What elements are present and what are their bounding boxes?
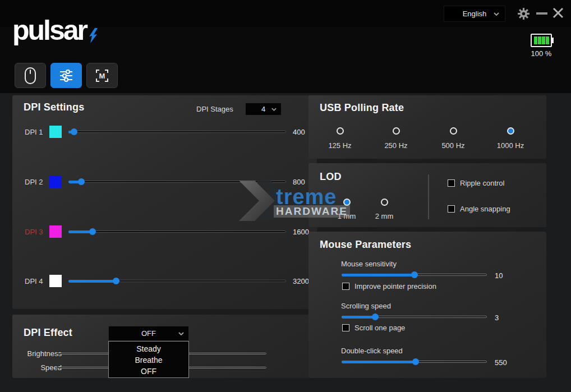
slider-handle[interactable] bbox=[372, 313, 379, 320]
double-click-speed-value: 550 bbox=[495, 358, 528, 367]
mouse-sensitivity-label: Mouse sensitivity bbox=[341, 260, 397, 268]
radio-500hz[interactable] bbox=[450, 127, 457, 135]
header: English bbox=[0, 0, 571, 93]
radio-1mm[interactable] bbox=[343, 199, 351, 206]
polling-label: 1000 Hz bbox=[485, 141, 536, 150]
tab-bar: M bbox=[15, 63, 118, 88]
dpi-stages-select[interactable]: 4 bbox=[245, 103, 282, 116]
svg-text:M: M bbox=[99, 72, 105, 80]
slider-track bbox=[68, 181, 286, 183]
dpi-row-2: DPI 2 800 bbox=[12, 176, 317, 188]
dpi-slider[interactable] bbox=[68, 277, 286, 285]
angle-snapping-checkbox[interactable] bbox=[448, 205, 455, 213]
slider-handle[interactable] bbox=[113, 278, 119, 284]
dpi-effect-title: DPI Effect bbox=[24, 327, 72, 339]
dpi-color-swatch[interactable] bbox=[49, 176, 62, 188]
ripple-control-checkbox[interactable] bbox=[448, 179, 455, 187]
polling-label: 125 Hz bbox=[314, 141, 366, 150]
tab-macro[interactable]: M bbox=[86, 63, 118, 88]
lod-option-2mm: 2 mm bbox=[367, 198, 401, 220]
polling-option-500: 500 Hz bbox=[427, 127, 479, 150]
dpi-row-4: DPI 4 3200 bbox=[12, 275, 317, 287]
sliders-icon bbox=[58, 68, 74, 84]
dpi-settings-panel: DPI Settings DPI Stages 4 DPI 1 400 DPI … bbox=[12, 95, 317, 309]
pulsar-logo-text: pulsar bbox=[12, 15, 86, 46]
lod-panel: LOD 1 mm 2 mm Ripple control Angle snapp… bbox=[308, 163, 546, 227]
pointer-precision-row: Improve pointer precision bbox=[342, 282, 436, 290]
dpi-row-label: DPI 1 bbox=[25, 128, 49, 136]
usb-polling-rate-panel: USB Polling Rate 125 Hz 250 Hz 500 Hz 10… bbox=[308, 95, 546, 159]
dpi-effect-selected-value: OFF bbox=[141, 329, 156, 338]
polling-option-1000: 1000 Hz bbox=[485, 127, 536, 150]
mouse-sensitivity-slider[interactable] bbox=[342, 271, 487, 279]
lod-label: 1 mm bbox=[330, 212, 363, 220]
slider-handle[interactable] bbox=[411, 271, 418, 278]
pulsar-logo: pulsar bbox=[12, 15, 98, 46]
scrolling-speed-label: Scrolling speed bbox=[341, 302, 391, 310]
dpi-row-3: DPI 3 1600 bbox=[12, 225, 317, 238]
double-click-speed-label: Double-click speed bbox=[341, 347, 403, 355]
dpi-effect-select[interactable]: OFF bbox=[108, 326, 189, 341]
radio-1000hz[interactable] bbox=[507, 127, 514, 135]
dpi-effect-dropdown-menu: Steady Breathe OFF bbox=[108, 341, 189, 378]
slider-track bbox=[68, 131, 286, 133]
slider-handle[interactable] bbox=[412, 358, 419, 365]
polling-label: 500 Hz bbox=[427, 141, 479, 150]
improve-pointer-precision-label: Improve pointer precision bbox=[354, 282, 436, 290]
usb-polling-rate-title: USB Polling Rate bbox=[320, 102, 404, 114]
scroll-one-page-label: Scroll one page bbox=[354, 324, 405, 332]
chevron-down-icon bbox=[494, 12, 499, 16]
language-select-value: English bbox=[463, 10, 487, 18]
dpi-settings-title: DPI Settings bbox=[24, 102, 84, 113]
macro-icon: M bbox=[94, 68, 110, 84]
dropdown-option-off[interactable]: OFF bbox=[109, 366, 188, 377]
dpi-row-label: DPI 3 bbox=[25, 228, 49, 236]
tab-mouse[interactable] bbox=[15, 63, 46, 88]
dpi-row-label: DPI 2 bbox=[25, 178, 49, 186]
language-select[interactable]: English bbox=[444, 6, 505, 22]
brightness-label: Brightness bbox=[17, 349, 62, 358]
battery-icon bbox=[531, 34, 552, 47]
scrolling-speed-value: 3 bbox=[495, 313, 528, 322]
lod-title: LOD bbox=[320, 171, 342, 183]
lod-label: 2 mm bbox=[367, 212, 401, 220]
mouse-parameters-panel: Mouse Parameters Mouse sensitivity 10 Im… bbox=[308, 232, 546, 378]
double-click-speed-slider[interactable] bbox=[342, 358, 487, 366]
speed-label: Speed bbox=[17, 363, 62, 372]
dpi-slider[interactable] bbox=[68, 228, 286, 236]
polling-option-125: 125 Hz bbox=[314, 127, 366, 150]
gear-icon[interactable] bbox=[517, 7, 531, 21]
radio-125hz[interactable] bbox=[337, 127, 344, 135]
scrolling-speed-slider[interactable] bbox=[342, 313, 487, 321]
slider-handle[interactable] bbox=[78, 178, 85, 185]
divider bbox=[428, 174, 429, 219]
dropdown-option-breathe[interactable]: Breathe bbox=[109, 354, 188, 366]
scroll-one-page-checkbox[interactable] bbox=[342, 324, 349, 331]
battery-percent: 100 % bbox=[528, 49, 554, 58]
radio-250hz[interactable] bbox=[393, 127, 400, 135]
ripple-control-label: Ripple control bbox=[460, 179, 505, 187]
slider-fill bbox=[342, 274, 415, 276]
mouse-parameters-title: Mouse Parameters bbox=[320, 239, 411, 251]
scroll-one-page-row: Scroll one page bbox=[342, 324, 405, 332]
dropdown-option-steady[interactable]: Steady bbox=[109, 343, 188, 354]
polling-label: 250 Hz bbox=[370, 141, 422, 150]
radio-2mm[interactable] bbox=[381, 199, 388, 206]
slider-fill bbox=[342, 316, 375, 319]
improve-pointer-precision-checkbox[interactable] bbox=[342, 283, 349, 290]
dpi-slider[interactable] bbox=[68, 128, 286, 136]
ripple-control-row: Ripple control bbox=[448, 179, 505, 187]
dpi-row-1: DPI 1 400 bbox=[12, 126, 317, 138]
dpi-stages-label: DPI Stages bbox=[196, 105, 233, 113]
close-icon[interactable] bbox=[552, 7, 564, 19]
dpi-color-swatch[interactable] bbox=[49, 275, 62, 287]
slider-handle[interactable] bbox=[71, 128, 77, 135]
tab-performance[interactable] bbox=[50, 63, 82, 88]
content-area: DPI Settings DPI Stages 4 DPI 1 400 DPI … bbox=[0, 93, 571, 392]
minimize-icon[interactable] bbox=[536, 12, 547, 15]
dpi-color-swatch[interactable] bbox=[49, 126, 62, 138]
dpi-color-swatch[interactable] bbox=[49, 225, 62, 238]
dpi-slider[interactable] bbox=[68, 178, 286, 186]
slider-handle[interactable] bbox=[89, 228, 96, 235]
lightning-bolt-icon bbox=[89, 28, 98, 44]
